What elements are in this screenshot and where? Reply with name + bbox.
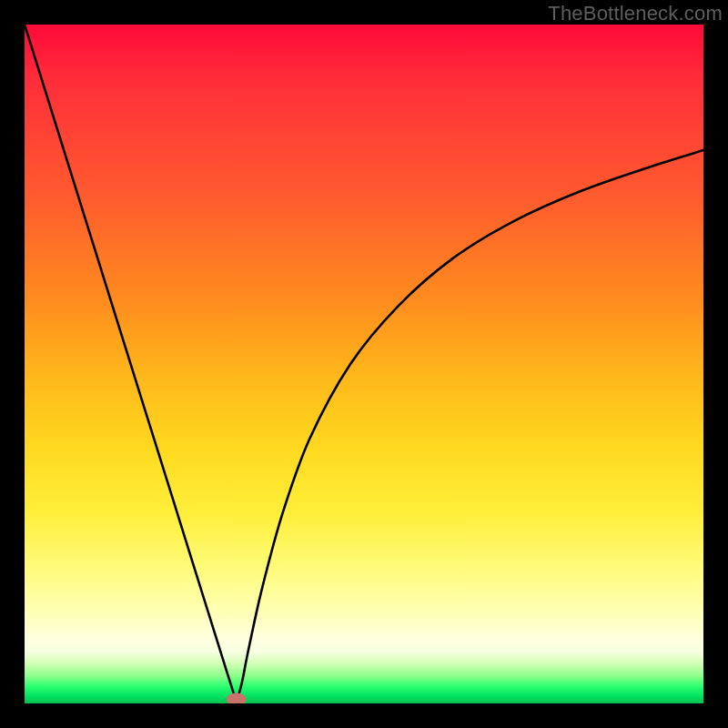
- curve-right: [236, 150, 703, 703]
- branding-watermark: TheBottleneck.com: [548, 2, 723, 25]
- plot-area: [25, 25, 703, 703]
- min-marker: [227, 693, 247, 703]
- curve-layer: [25, 25, 703, 703]
- chart-frame: TheBottleneck.com: [0, 0, 728, 728]
- curve-left: [25, 25, 237, 703]
